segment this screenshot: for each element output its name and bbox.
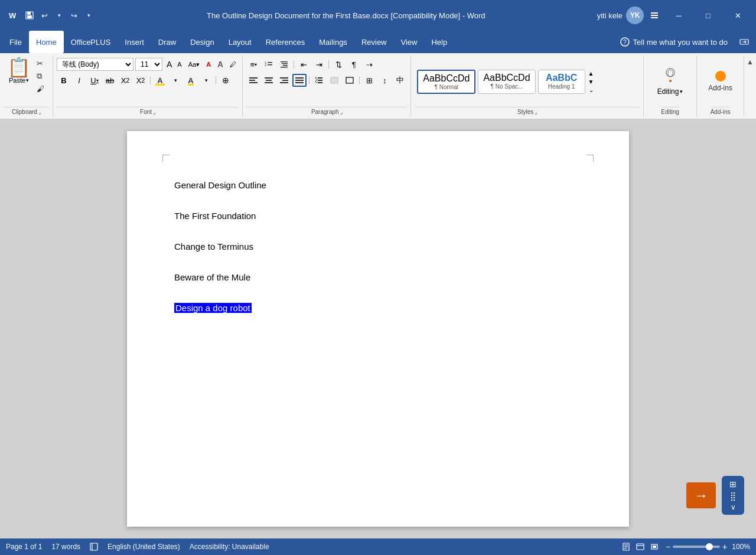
menu-file[interactable]: File	[2, 31, 29, 53]
menu-officeplus[interactable]: OfficePLUS	[64, 31, 118, 53]
menu-design[interactable]: Design	[183, 31, 221, 53]
strikethrough-button[interactable]: ab	[103, 74, 117, 87]
font-size-select[interactable]: 11	[135, 58, 162, 71]
undo-button[interactable]: ↩	[38, 9, 51, 22]
align-right-button[interactable]	[277, 74, 291, 87]
copy-button[interactable]: ⧉	[34, 70, 47, 82]
indent-right-button[interactable]: ⇢	[362, 58, 376, 71]
tell-me-box[interactable]: ? Tell me what you want to do	[613, 31, 735, 53]
format-painter-button[interactable]: 🖌	[34, 83, 47, 94]
increase-indent-button[interactable]: ⇥	[312, 58, 326, 71]
undo-dropdown[interactable]: ▾	[53, 9, 66, 22]
menu-references[interactable]: References	[259, 31, 312, 53]
maximize-button[interactable]: □	[695, 6, 722, 25]
menu-view[interactable]: View	[394, 31, 425, 53]
menu-review[interactable]: Review	[354, 31, 394, 53]
side-panel-icon1: ⊞	[729, 479, 737, 489]
bold-button[interactable]: B	[57, 74, 71, 87]
menu-draw[interactable]: Draw	[151, 31, 183, 53]
quick-access-toolbar: W ↩ ▾ ↪ ▾	[5, 7, 95, 24]
text-effects-button[interactable]: A	[215, 59, 226, 70]
zoom-slider[interactable]	[673, 546, 720, 548]
multilevel-list-button[interactable]	[277, 58, 291, 71]
web-layout-btn[interactable]	[634, 541, 647, 553]
side-panel[interactable]: ⊞ ⣿ ∨	[722, 476, 744, 515]
more-font-button[interactable]: ⊕	[219, 74, 233, 87]
doc-line-2[interactable]: The First Foundation	[174, 209, 582, 223]
cut-button[interactable]: ✂	[34, 58, 47, 69]
addins-group: Add-ins Add-ins	[697, 56, 744, 116]
document-page[interactable]: General Design Outline The First Foundat…	[127, 131, 629, 527]
language[interactable]: English (United States)	[107, 543, 180, 551]
italic-button[interactable]: I	[72, 74, 86, 87]
zoom-out[interactable]: −	[666, 542, 670, 551]
sort-button[interactable]: ⇅	[331, 58, 346, 71]
menu-mailings[interactable]: Mailings	[312, 31, 354, 53]
align-left-button[interactable]	[246, 74, 260, 87]
font-grow-button[interactable]: A	[164, 59, 174, 70]
style-normal[interactable]: AaBbCcDd ¶ Normal	[417, 70, 475, 94]
minimize-button[interactable]: ─	[665, 6, 692, 25]
font-name-select[interactable]: 等线 (Body)	[57, 58, 133, 71]
font-shrink-button[interactable]: A	[175, 59, 184, 70]
doc-line-5[interactable]: Design a dog robot	[174, 301, 582, 315]
doc-line-4[interactable]: Beware of the Mule	[174, 270, 582, 285]
word-icon: W	[5, 7, 21, 24]
focus-btn[interactable]	[648, 541, 661, 553]
subscript-button[interactable]: X2	[118, 74, 132, 87]
para-settings-button[interactable]: ⊞	[362, 74, 376, 87]
customize-qat[interactable]: ▾	[82, 9, 95, 22]
style-heading1[interactable]: AaBbC Heading 1	[538, 70, 585, 94]
styles-scroll-up[interactable]: ▲	[588, 70, 595, 77]
numbering-button[interactable]: 1. 2.	[262, 58, 276, 71]
styles-expand[interactable]: ⌄	[588, 86, 595, 94]
addins-button[interactable]: Add-ins	[706, 56, 735, 107]
text-direction-button[interactable]: ↕	[377, 74, 392, 87]
paste-button[interactable]: 📋 Paste▾	[4, 56, 34, 94]
bullets-button[interactable]: ≡▾	[246, 58, 260, 71]
word-count[interactable]: 17 words	[51, 543, 80, 551]
accessibility[interactable]: Accessibility: Unavailable	[190, 543, 269, 551]
borders-button[interactable]	[343, 74, 357, 87]
decrease-indent-button[interactable]: ⇤	[296, 58, 311, 71]
font-color-button[interactable]: A	[153, 74, 167, 87]
share-button[interactable]	[735, 31, 754, 53]
clear-format-button[interactable]: A	[204, 60, 213, 68]
page-count[interactable]: Page 1 of 1	[6, 543, 42, 551]
menu-home[interactable]: Home	[29, 31, 64, 53]
show-marks-button[interactable]: ¶	[347, 58, 361, 71]
save-button[interactable]	[23, 9, 36, 22]
menu-insert[interactable]: Insert	[118, 31, 151, 53]
style-no-spacing[interactable]: AaBbCcDd ¶ No Spac...	[478, 70, 535, 94]
chinese-layout-button[interactable]: 中	[393, 74, 407, 87]
text-highlight-button[interactable]: 🖊	[227, 60, 239, 68]
styles-scroll-down[interactable]: ▼	[588, 78, 595, 86]
doc-line-3[interactable]: Change to Terminus	[174, 240, 582, 254]
arrow-button[interactable]: →	[686, 482, 716, 508]
justify-button[interactable]	[292, 74, 307, 87]
paragraph-label: Paragraph ⌟	[246, 107, 407, 116]
doc-line-1[interactable]: General Design Outline	[174, 178, 582, 192]
align-center-button[interactable]	[262, 74, 276, 87]
collapse-ribbon[interactable]: ▲	[744, 56, 756, 116]
redo-button[interactable]: ↪	[67, 9, 80, 22]
font-color-dropdown[interactable]: ▾	[168, 74, 183, 87]
user-area[interactable]: yiti kele YK	[597, 6, 644, 24]
zoom-in[interactable]: +	[722, 542, 727, 551]
editing-button[interactable]: Editing ▾	[657, 56, 683, 107]
menu-help[interactable]: Help	[424, 31, 454, 53]
collapse-ribbon-button[interactable]: ▲	[747, 58, 754, 66]
shading-button[interactable]	[327, 74, 341, 87]
menu-layout[interactable]: Layout	[221, 31, 259, 53]
doc-layout-btn[interactable]	[90, 543, 98, 551]
user-avatar[interactable]: YK	[626, 6, 644, 24]
underline-button[interactable]: U▾	[87, 74, 102, 87]
text-color-dropdown2[interactable]: ▾	[199, 74, 213, 87]
change-case-button[interactable]: Aa▾	[186, 60, 202, 69]
text-highlight-color-button[interactable]: A	[184, 74, 198, 87]
superscript-button[interactable]: X2	[133, 74, 148, 87]
ribbon-toggle[interactable]	[646, 7, 663, 24]
close-button[interactable]: ✕	[724, 6, 751, 25]
print-layout-btn[interactable]	[620, 541, 633, 553]
line-spacing-button[interactable]	[312, 74, 326, 87]
